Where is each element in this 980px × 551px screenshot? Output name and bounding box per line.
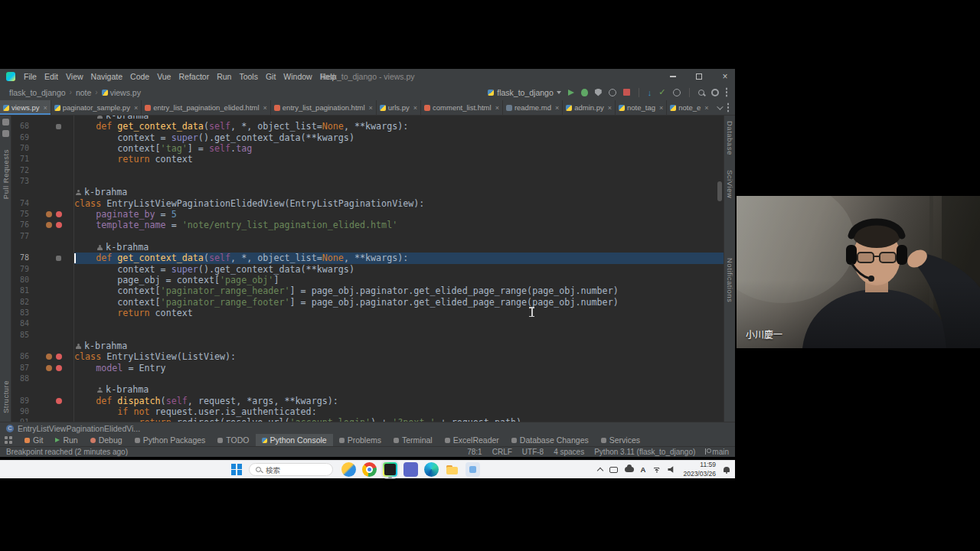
breadcrumb-item[interactable]: views.py xyxy=(102,88,141,97)
inlay-hint-row[interactable]: k-brahma xyxy=(11,341,724,351)
breadcrumb-item[interactable]: flask_to_django xyxy=(9,88,66,97)
code-text[interactable]: model = Entry xyxy=(74,363,724,373)
gutter-mark-icon[interactable] xyxy=(46,354,52,360)
tool-stripe-label[interactable]: Pull Requests xyxy=(2,149,10,199)
code-line[interactable]: 76 template_name = 'note/entry_list_pagi… xyxy=(11,220,724,230)
inlay-hint-row[interactable]: k-brahma xyxy=(11,187,724,197)
code-text[interactable]: return context xyxy=(74,154,724,165)
menu-code[interactable]: Code xyxy=(126,69,153,84)
inlay-hint-row[interactable]: k-brahma xyxy=(11,242,724,253)
toolwindow-services[interactable]: Services xyxy=(595,434,646,446)
close-tab-icon[interactable]: × xyxy=(704,104,708,112)
edge-icon[interactable] xyxy=(424,462,439,477)
code-text[interactable]: paginate_by = 5 xyxy=(74,209,724,220)
editor-tab[interactable]: urls.py× xyxy=(377,100,421,115)
code-text[interactable]: context['paginator_range_footer'] = page… xyxy=(74,297,724,308)
editor-tab[interactable]: paginator_sample.py× xyxy=(51,100,142,115)
gutter-cell[interactable]: 88 xyxy=(11,373,74,384)
gutter-mark-icon[interactable] xyxy=(46,211,52,217)
code-line[interactable]: 90 if not request.user.is_authenticated: xyxy=(11,406,724,417)
close-tab-icon[interactable]: × xyxy=(495,104,499,112)
gutter-mark-icon[interactable] xyxy=(46,365,52,371)
gutter-cell[interactable]: 82 xyxy=(11,297,74,308)
taskbar-search[interactable]: 検索 xyxy=(249,463,333,476)
code-line[interactable]: 68 def get_context_data(self, *, object_… xyxy=(11,121,724,132)
gutter-cell[interactable] xyxy=(11,384,74,395)
more-icon[interactable] xyxy=(726,91,728,93)
editor-tab[interactable]: views.py× xyxy=(0,100,51,115)
search-icon[interactable] xyxy=(698,90,704,96)
tab-options-icon[interactable] xyxy=(727,106,730,109)
maximize-button[interactable] xyxy=(695,69,703,84)
gutter-mark-icon[interactable] xyxy=(46,222,52,228)
gutter-cell[interactable]: 68 xyxy=(11,121,74,132)
run-configuration-select[interactable]: flask_to_django xyxy=(488,88,561,97)
close-tab-icon[interactable]: × xyxy=(134,104,138,112)
gutter-cell[interactable]: 85 xyxy=(11,330,74,341)
code-line[interactable]: 85 xyxy=(11,330,724,341)
cloud-icon[interactable] xyxy=(625,467,634,472)
menu-tools[interactable]: Tools xyxy=(235,69,262,84)
editor-tab[interactable]: comment_list.html× xyxy=(421,100,503,115)
editor-tab[interactable]: readme.md× xyxy=(503,100,563,115)
file-encoding[interactable]: UTF-8 xyxy=(522,448,544,456)
stop-icon[interactable] xyxy=(623,89,630,96)
gutter-cell[interactable]: 81 xyxy=(11,285,74,296)
update-icon[interactable] xyxy=(648,88,652,97)
menu-git[interactable]: Git xyxy=(262,69,279,84)
code-line[interactable]: 89 def dispatch(self, request, *args, **… xyxy=(11,396,724,406)
menu-run[interactable]: Run xyxy=(213,69,235,84)
inlay-hint-row[interactable]: k-brahma xyxy=(11,384,724,395)
code-text[interactable] xyxy=(74,165,724,176)
breakpoint-icon[interactable] xyxy=(56,398,62,404)
tool-stripe-label[interactable]: Database xyxy=(726,121,734,155)
code-text[interactable]: class EntryListView(ListView): xyxy=(74,351,724,362)
gutter-cell[interactable]: 78 xyxy=(11,253,74,263)
code-line[interactable]: 80 page_obj = context['page_obj'] xyxy=(11,275,724,285)
code-text[interactable]: context['tag'] = self.tag xyxy=(74,143,724,154)
gutter-cell[interactable] xyxy=(11,242,74,253)
caret-position[interactable]: 78:1 xyxy=(467,448,482,456)
code-line[interactable]: 87 model = Entry xyxy=(11,363,724,373)
code-text[interactable]: if not request.user.is_authenticated: xyxy=(74,406,724,417)
close-tab-icon[interactable]: × xyxy=(555,104,559,112)
code-line[interactable]: 70 context['tag'] = self.tag xyxy=(11,143,724,154)
gutter-cell[interactable] xyxy=(11,341,74,351)
toolwindow-problems[interactable]: Problems xyxy=(333,434,387,446)
toolwindow-todo[interactable]: TODO xyxy=(211,434,255,446)
close-tab-icon[interactable]: × xyxy=(659,104,663,112)
debug-icon[interactable] xyxy=(581,89,588,96)
editor-tab[interactable]: admin.py× xyxy=(563,100,616,115)
gutter-cell[interactable]: 69 xyxy=(11,132,74,143)
code-text[interactable] xyxy=(74,231,724,242)
gutter-cell[interactable]: 76 xyxy=(11,220,74,230)
close-button[interactable]: × xyxy=(721,69,729,84)
code-line[interactable]: 74class EntryListViewPaginationElidedVie… xyxy=(11,198,724,209)
code-text[interactable]: context = super().get_context_data(**kwa… xyxy=(74,132,724,143)
volume-icon[interactable] xyxy=(668,466,676,474)
code-text[interactable] xyxy=(74,176,724,187)
chrome-icon[interactable] xyxy=(362,462,377,477)
tool-stripe-label[interactable]: SciView xyxy=(726,170,734,198)
code-text[interactable]: def get_context_data(self, *, object_lis… xyxy=(74,253,724,263)
code-line[interactable]: 71 return context xyxy=(11,154,724,165)
code-text[interactable]: context['paginator_range_header'] = page… xyxy=(74,285,724,296)
gutter-cell[interactable]: 80 xyxy=(11,275,74,285)
code-text[interactable] xyxy=(74,373,724,384)
code-line[interactable]: 75 paginate_by = 5 xyxy=(11,209,724,220)
gutter-cell[interactable]: 79 xyxy=(11,264,74,275)
toolwindow-terminal[interactable]: Terminal xyxy=(387,434,439,446)
gutter-cell[interactable]: 74 xyxy=(11,198,74,209)
toolwindow-database-changes[interactable]: Database Changes xyxy=(505,434,595,446)
notifications-bell-icon[interactable] xyxy=(723,466,730,474)
close-tab-icon[interactable]: × xyxy=(369,104,373,112)
toolwindow-python-console[interactable]: Python Console xyxy=(256,434,333,446)
gutter-cell[interactable] xyxy=(11,116,74,121)
line-separator[interactable]: CRLF xyxy=(492,448,512,456)
run-icon[interactable] xyxy=(568,90,574,96)
folder-icon[interactable] xyxy=(445,462,459,477)
inlay-hint-row[interactable]: k-brahma xyxy=(11,116,724,121)
code-line[interactable]: 88 xyxy=(11,373,724,384)
code-line[interactable]: 73 xyxy=(11,176,724,187)
settings-icon[interactable] xyxy=(711,89,719,96)
